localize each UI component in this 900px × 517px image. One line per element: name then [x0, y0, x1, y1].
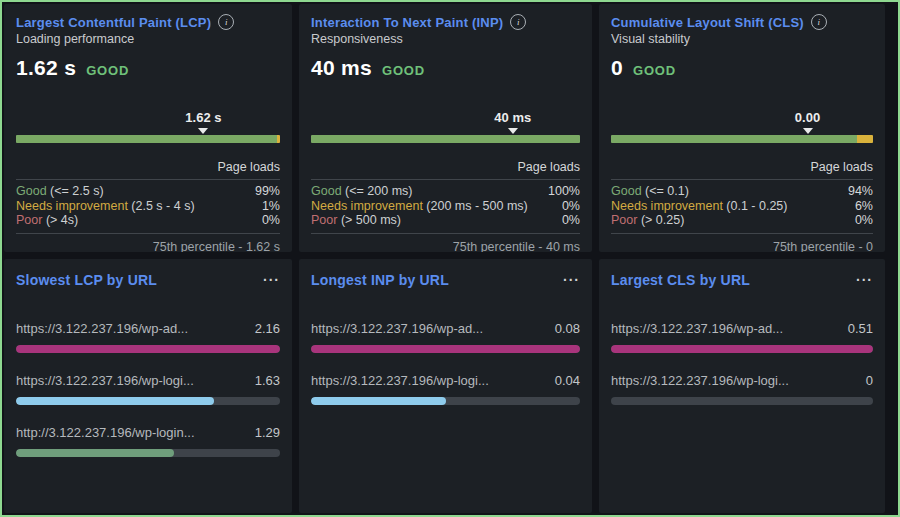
url-bar-fill [611, 345, 873, 353]
web-vitals-dashboard: Largest Contentful Paint (LCP) i Loading… [0, 0, 900, 517]
inp-list-title[interactable]: Longest INP by URL [311, 272, 449, 288]
cls-dist-value-poor: 0% [855, 213, 873, 228]
lcp-value: 1.62 s [16, 56, 76, 80]
cls-dist-label-good: Good [611, 184, 642, 198]
lcp-list-title[interactable]: Slowest LCP by URL [16, 272, 157, 288]
cls-marker-arrow-icon [803, 128, 813, 134]
inp-value-row: 40 ms GOOD [311, 56, 580, 80]
cls-list-title[interactable]: Largest CLS by URL [611, 272, 750, 288]
url-row: https://3.122.237.196/wp-ad... 0.51 [611, 321, 873, 353]
url-value: 1.63 [255, 373, 280, 388]
cls-dist-range-good: (<= 0.1) [645, 184, 689, 198]
cls-url-list-panel: Largest CLS by URL ··· https://3.122.237… [599, 259, 885, 513]
url-label: https://3.122.237.196/wp-logi... [311, 373, 489, 388]
url-bar-fill [16, 397, 214, 405]
lcp-subtitle: Loading performance [16, 32, 280, 46]
info-icon[interactable]: i [218, 14, 234, 30]
inp-dist-row-poor: Poor (> 500 ms) 0% [311, 213, 580, 228]
lcp-dist-label-good-wrap: Good (<= 2.5 s) [16, 184, 104, 199]
url-bar-fill [311, 345, 580, 353]
lcp-marker-arrow-icon [198, 128, 208, 134]
lcp-url-list-panel: Slowest LCP by URL ··· https://3.122.237… [4, 259, 292, 513]
lcp-status-badge: GOOD [86, 63, 129, 78]
inp-dist-range-ni: (200 ms - 500 ms) [426, 199, 527, 213]
inp-dist-label-ni-wrap: Needs improvement (200 ms - 500 ms) [311, 199, 528, 214]
inp-dist-label-poor-wrap: Poor (> 500 ms) [311, 213, 401, 228]
url-label: https://3.122.237.196/wp-logi... [16, 373, 194, 388]
inp-dist-value-poor: 0% [562, 213, 580, 228]
inp-page-loads-header: Page loads [311, 160, 580, 180]
info-icon[interactable]: i [811, 14, 827, 30]
inp-subtitle: Responsiveness [311, 32, 580, 46]
panel-menu-icon[interactable]: ··· [563, 275, 580, 285]
cls-dist-label-poor-wrap: Poor (> 0.25) [611, 213, 684, 228]
url-row-top: https://3.122.237.196/wp-logi... 1.63 [16, 373, 280, 388]
lcp-dist-range-good: (<= 2.5 s) [50, 184, 104, 198]
inp-dist-value-good: 100% [548, 184, 580, 199]
cls-distribution-gauge [611, 135, 873, 143]
lcp-title-row: Largest Contentful Paint (LCP) i [16, 14, 280, 30]
lcp-gauge-ni-segment [277, 135, 280, 143]
inp-dist-label-ni: Needs improvement [311, 199, 423, 213]
inp-percentile-footer: 75th percentile - 40 ms [311, 233, 580, 253]
cls-gauge-ni-segment [857, 135, 873, 143]
lcp-dist-range-ni: (2.5 s - 4 s) [131, 199, 194, 213]
lcp-dist-label-good: Good [16, 184, 47, 198]
cls-dist-value-ni: 6% [855, 199, 873, 214]
lcp-list-header: Slowest LCP by URL ··· [16, 272, 280, 288]
inp-dist-label-good: Good [311, 184, 342, 198]
inp-status-badge: GOOD [382, 63, 425, 78]
url-label: https://3.122.237.196/wp-ad... [311, 321, 483, 336]
inp-dist-range-poor: (> 500 ms) [341, 213, 401, 227]
cls-dist-row-ni: Needs improvement (0.1 - 0.25) 6% [611, 199, 873, 214]
cls-page-loads-header: Page loads [611, 160, 873, 180]
inp-marker-arrow-icon [508, 128, 518, 134]
url-bar-fill [16, 449, 174, 457]
panel-menu-icon[interactable]: ··· [263, 275, 280, 285]
url-bar-track [16, 345, 280, 353]
lcp-metric-panel: Largest Contentful Paint (LCP) i Loading… [4, 4, 292, 252]
lcp-dist-label-ni: Needs improvement [16, 199, 128, 213]
url-row-top: http://3.122.237.196/wp-login... 1.29 [16, 425, 280, 440]
url-row: https://3.122.237.196/wp-logi... 0 [611, 373, 873, 405]
inp-list-header: Longest INP by URL ··· [311, 272, 580, 288]
lcp-value-row: 1.62 s GOOD [16, 56, 280, 80]
url-value: 1.29 [255, 425, 280, 440]
cls-panel-title: Cumulative Layout Shift (CLS) [611, 15, 804, 30]
lcp-dist-label-poor-wrap: Poor (> 4s) [16, 213, 78, 228]
url-bar-track [16, 449, 280, 457]
url-bar-track [16, 397, 280, 405]
lcp-gauge-marker: 1.62 s [16, 105, 280, 135]
url-value: 0 [866, 373, 873, 388]
inp-distribution-table: Page loads Good (<= 200 ms) 100% Needs i… [311, 160, 580, 252]
url-row-top: https://3.122.237.196/wp-logi... 0.04 [311, 373, 580, 388]
inp-dist-label-good-wrap: Good (<= 200 ms) [311, 184, 412, 199]
url-row: https://3.122.237.196/wp-logi... 1.63 [16, 373, 280, 405]
cls-percentile-footer: 75th percentile - 0 [611, 233, 873, 253]
url-label: http://3.122.237.196/wp-login... [16, 425, 195, 440]
inp-distribution-gauge [311, 135, 580, 143]
lcp-dist-rows: Good (<= 2.5 s) 99% Needs improvement (2… [16, 180, 280, 233]
lcp-percentile-footer: 75th percentile - 1.62 s [16, 233, 280, 253]
url-row-top: https://3.122.237.196/wp-ad... 2.16 [16, 321, 280, 336]
cls-title-row: Cumulative Layout Shift (CLS) i [611, 14, 873, 30]
info-icon[interactable]: i [510, 14, 526, 30]
cls-distribution-table: Page loads Good (<= 0.1) 94% Needs impro… [611, 160, 873, 252]
panel-menu-icon[interactable]: ··· [856, 275, 873, 285]
url-row-top: https://3.122.237.196/wp-logi... 0 [611, 373, 873, 388]
url-bar-fill [16, 345, 280, 353]
lcp-gauge-good-segment [16, 135, 277, 143]
inp-gauge-marker: 40 ms [311, 105, 580, 135]
cls-value-row: 0 GOOD [611, 56, 873, 80]
url-value: 2.16 [255, 321, 280, 336]
cls-status-badge: GOOD [633, 63, 676, 78]
inp-url-list-panel: Longest INP by URL ··· https://3.122.237… [299, 259, 592, 513]
lcp-dist-range-poor: (> 4s) [46, 213, 78, 227]
cls-dist-value-good: 94% [848, 184, 873, 199]
inp-url-rows: https://3.122.237.196/wp-ad... 0.08 http… [311, 321, 580, 405]
url-value: 0.04 [555, 373, 580, 388]
url-row: http://3.122.237.196/wp-login... 1.29 [16, 425, 280, 457]
url-bar-track [311, 397, 580, 405]
inp-dist-range-good: (<= 200 ms) [345, 184, 412, 198]
inp-dist-rows: Good (<= 200 ms) 100% Needs improvement … [311, 180, 580, 233]
